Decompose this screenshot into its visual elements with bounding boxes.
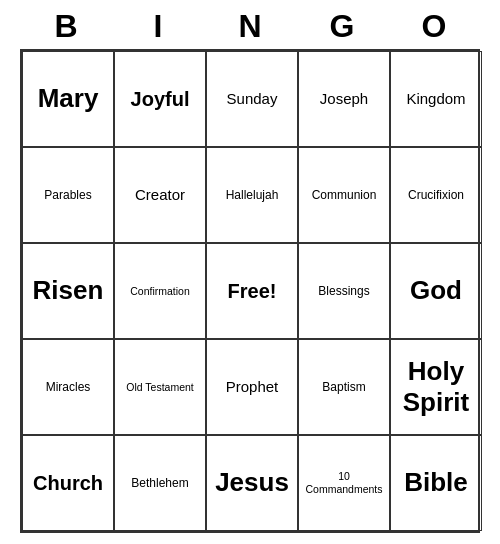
bingo-cell-1-0: Parables: [22, 147, 114, 243]
bingo-cell-1-1: Creator: [114, 147, 206, 243]
bingo-cell-0-2: Sunday: [206, 51, 298, 147]
bingo-cell-2-0: Risen: [22, 243, 114, 339]
bingo-cell-4-4: Bible: [390, 435, 482, 531]
header-letter: O: [390, 8, 478, 45]
bingo-cell-0-3: Joseph: [298, 51, 390, 147]
bingo-cell-4-0: Church: [22, 435, 114, 531]
header-letter: G: [298, 8, 386, 45]
bingo-cell-3-0: Miracles: [22, 339, 114, 435]
bingo-cell-0-0: Mary: [22, 51, 114, 147]
bingo-cell-3-4: Holy Spirit: [390, 339, 482, 435]
bingo-cell-0-4: Kingdom: [390, 51, 482, 147]
bingo-cell-4-3: 10 Commandments: [298, 435, 390, 531]
header-letter: N: [206, 8, 294, 45]
bingo-grid: MaryJoyfulSundayJosephKingdomParablesCre…: [20, 49, 480, 533]
bingo-cell-4-1: Bethlehem: [114, 435, 206, 531]
bingo-cell-2-2: Free!: [206, 243, 298, 339]
bingo-cell-3-2: Prophet: [206, 339, 298, 435]
header-letter: I: [114, 8, 202, 45]
bingo-cell-3-1: Old Testament: [114, 339, 206, 435]
header-letter: B: [22, 8, 110, 45]
bingo-cell-2-3: Blessings: [298, 243, 390, 339]
bingo-cell-3-3: Baptism: [298, 339, 390, 435]
bingo-cell-2-1: Confirmation: [114, 243, 206, 339]
bingo-cell-1-3: Communion: [298, 147, 390, 243]
bingo-cell-2-4: God: [390, 243, 482, 339]
bingo-cell-1-4: Crucifixion: [390, 147, 482, 243]
bingo-header: BINGO: [20, 0, 480, 49]
bingo-cell-1-2: Hallelujah: [206, 147, 298, 243]
bingo-cell-4-2: Jesus: [206, 435, 298, 531]
bingo-cell-0-1: Joyful: [114, 51, 206, 147]
